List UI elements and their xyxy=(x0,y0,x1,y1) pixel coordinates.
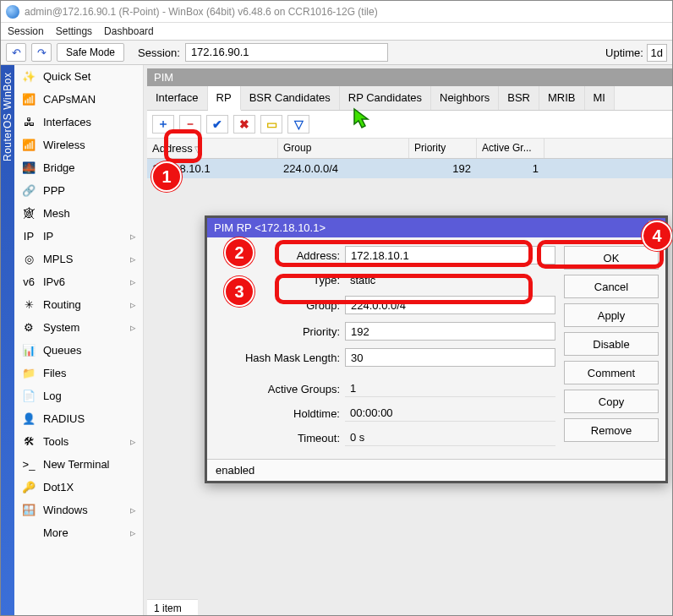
label-timeout: Timeout: xyxy=(214,432,345,444)
session-value[interactable]: 172.16.90.1 xyxy=(185,43,388,62)
dialog-min-icon[interactable] xyxy=(648,221,662,232)
sidebar-item-windows[interactable]: 🪟Windows▹ xyxy=(14,499,143,521)
submenu-arrow-icon: ▹ xyxy=(130,504,136,516)
nav-icon: 👤 xyxy=(21,413,36,425)
tab-rp[interactable]: RP xyxy=(208,86,241,111)
sidebar-item-quick-set[interactable]: ✨Quick Set xyxy=(14,65,143,88)
nav-icon: 📁 xyxy=(21,368,36,379)
table-row[interactable]: 172.18.10.1 224.0.0.0/4 192 1 xyxy=(147,159,672,178)
nav-label: Queues xyxy=(43,344,82,357)
sidebar-item-capsman[interactable]: 📶CAPsMAN xyxy=(14,88,143,111)
copy-button[interactable]: Copy xyxy=(564,390,659,413)
value-type: static xyxy=(345,272,555,288)
dialog-title[interactable]: PIM RP <172.18.10.1> xyxy=(207,218,665,237)
uptime-value: 1d xyxy=(647,44,667,62)
nav-label: IPv6 xyxy=(43,275,65,288)
nav-icon: IP xyxy=(21,231,36,243)
tab-bsr[interactable]: BSR xyxy=(499,86,539,110)
menu-settings[interactable]: Settings xyxy=(56,25,92,37)
tab-mrib[interactable]: MRIB xyxy=(539,86,585,110)
sidebar-item-ppp[interactable]: 🔗PPP xyxy=(14,179,143,202)
sidebar-item-more[interactable]: More▹ xyxy=(14,521,143,544)
grid-header: Address▽ Group Priority Active Gr... xyxy=(147,139,672,159)
label-priority: Priority: xyxy=(214,325,345,338)
tab-mi[interactable]: MI xyxy=(585,86,615,110)
cell-address: 172.18.10.1 xyxy=(147,159,278,178)
sidebar-item-tools[interactable]: 🛠Tools▹ xyxy=(14,430,143,453)
tab-interface[interactable]: Interface xyxy=(147,86,208,110)
input-group[interactable] xyxy=(345,296,555,314)
comment-button[interactable]: ▭ xyxy=(260,115,282,134)
apply-button[interactable]: Apply xyxy=(564,303,659,327)
redo-button[interactable]: ↷ xyxy=(31,43,52,62)
dialog-status: enabled xyxy=(207,459,665,481)
nav-label: MPLS xyxy=(43,253,73,265)
nav-label: Log xyxy=(43,390,62,402)
nav-icon: v6 xyxy=(21,276,36,288)
nav-icon: 📄 xyxy=(21,390,36,402)
disable-button[interactable]: ✖ xyxy=(233,115,255,134)
session-label: Session: xyxy=(138,46,180,59)
panel-toolbar: ＋ － ✔ ✖ ▭ ▽ xyxy=(147,111,672,139)
nav-label: Tools xyxy=(43,435,68,448)
input-priority[interactable] xyxy=(345,322,555,341)
disable-dlg-button[interactable]: Disable xyxy=(564,332,659,356)
sidebar-item-interfaces[interactable]: 🖧Interfaces xyxy=(14,111,143,134)
sidebar-brand-strip: RouterOS WinBox xyxy=(1,65,14,616)
remove-dlg-button[interactable]: Remove xyxy=(564,418,659,442)
menu-session[interactable]: Session xyxy=(8,25,44,37)
value-active: 1 xyxy=(345,380,555,397)
submenu-arrow-icon: ▹ xyxy=(130,230,136,243)
nav-icon: >_ xyxy=(21,459,36,471)
sidebar-item-routing[interactable]: ✳Routing▹ xyxy=(14,293,143,316)
nav-label: Quick Set xyxy=(43,70,90,83)
tabbar: InterfaceRPBSR CandidatesRP CandidatesNe… xyxy=(147,86,672,111)
cell-priority: 192 xyxy=(409,159,477,178)
uptime-label: Uptime: 1d xyxy=(605,46,667,59)
sidebar-item-radius[interactable]: 👤RADIUS xyxy=(14,407,143,430)
menu-dashboard[interactable]: Dashboard xyxy=(104,25,154,37)
nav-icon: 🪟 xyxy=(21,504,36,516)
nav-icon: ⚙ xyxy=(21,322,36,334)
undo-button[interactable]: ↶ xyxy=(6,43,26,62)
ok-button[interactable]: OK xyxy=(564,246,659,270)
nav-label: Windows xyxy=(43,504,88,516)
submenu-arrow-icon: ▹ xyxy=(130,298,136,311)
nav-icon: 🖧 xyxy=(21,117,36,128)
col-address[interactable]: Address▽ xyxy=(147,139,278,158)
sidebar-item-ipv6[interactable]: v6IPv6▹ xyxy=(14,270,143,293)
sidebar-item-mesh[interactable]: 🕸Mesh xyxy=(14,202,143,225)
col-active-groups[interactable]: Active Gr... xyxy=(477,139,544,158)
nav-label: CAPsMAN xyxy=(43,93,96,106)
sidebar-item-dot1x[interactable]: 🔑Dot1X xyxy=(14,476,143,499)
input-hash[interactable] xyxy=(345,348,555,367)
col-priority[interactable]: Priority xyxy=(409,139,477,158)
remove-button[interactable]: － xyxy=(179,115,201,134)
sidebar-item-bridge[interactable]: 🌉Bridge xyxy=(14,156,143,179)
sidebar-item-mpls[interactable]: ◎MPLS▹ xyxy=(14,248,143,270)
label-group: Group: xyxy=(214,299,345,312)
tab-rp-candidates[interactable]: RP Candidates xyxy=(340,86,431,110)
sidebar-item-queues[interactable]: 📊Queues xyxy=(14,339,143,362)
sidebar-item-log[interactable]: 📄Log xyxy=(14,384,143,407)
sidebar-item-ip[interactable]: IPIP▹ xyxy=(14,225,143,248)
comment-dlg-button[interactable]: Comment xyxy=(564,361,659,384)
filter-button[interactable]: ▽ xyxy=(287,115,309,134)
col-group[interactable]: Group xyxy=(278,139,409,158)
nav-label: Routing xyxy=(43,298,81,311)
nav-icon: 📶 xyxy=(21,139,36,151)
nav-label: Dot1X xyxy=(43,481,74,493)
sidebar-item-system[interactable]: ⚙System▹ xyxy=(14,316,143,339)
add-button[interactable]: ＋ xyxy=(152,115,174,134)
dialog-buttons: OK Cancel Apply Disable Comment Copy Rem… xyxy=(564,246,659,454)
tab-neighbors[interactable]: Neighbors xyxy=(431,86,499,110)
safe-mode-button[interactable]: Safe Mode xyxy=(57,43,124,62)
sidebar-item-files[interactable]: 📁Files xyxy=(14,362,143,384)
tab-bsr-candidates[interactable]: BSR Candidates xyxy=(241,86,340,110)
enable-button[interactable]: ✔ xyxy=(206,115,228,134)
sidebar-item-wireless[interactable]: 📶Wireless xyxy=(14,134,143,156)
sidebar-item-new-terminal[interactable]: >_New Terminal xyxy=(14,453,143,476)
input-address[interactable] xyxy=(345,246,555,264)
nav-icon: ✨ xyxy=(21,71,36,83)
cancel-button[interactable]: Cancel xyxy=(564,275,659,298)
